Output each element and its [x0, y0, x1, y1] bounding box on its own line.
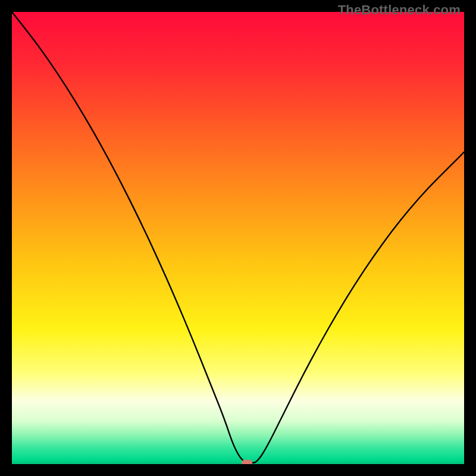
bottleneck-marker	[242, 460, 252, 464]
bottleneck-chart	[12, 12, 464, 464]
chart-frame: TheBottleneck.com	[0, 0, 476, 476]
watermark-text: TheBottleneck.com	[338, 2, 461, 18]
chart-background	[12, 12, 464, 464]
